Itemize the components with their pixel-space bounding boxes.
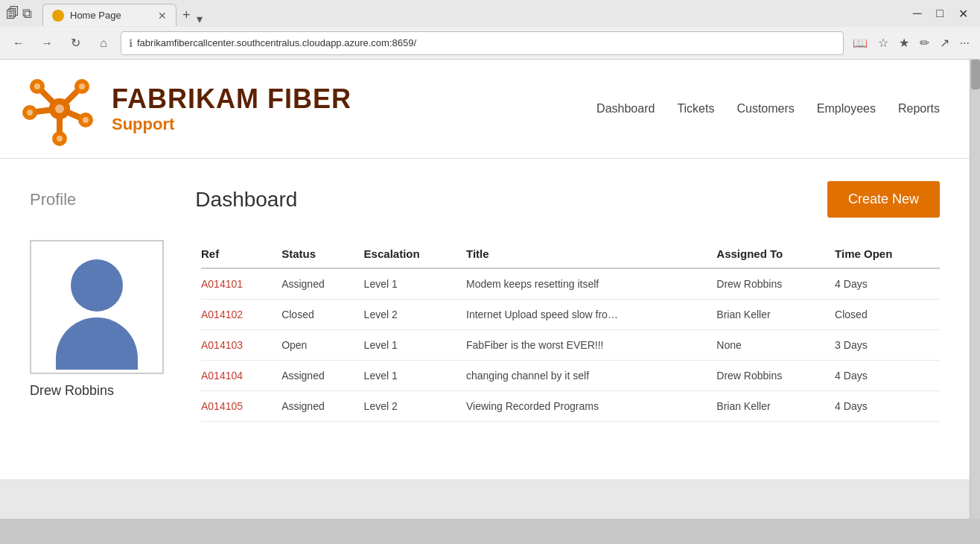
- scrollbar[interactable]: [970, 60, 980, 519]
- share-button[interactable]: ↗: [937, 33, 952, 53]
- table-row: A014105 Assigned Level 2 Viewing Recorde…: [201, 391, 940, 422]
- url-text: fabrikamfibercallcenter.southcentralus.c…: [137, 37, 836, 48]
- forward-button[interactable]: →: [36, 32, 58, 54]
- ref-link[interactable]: A014101: [201, 278, 243, 290]
- nav-dashboard[interactable]: Dashboard: [596, 102, 655, 116]
- back-button[interactable]: ←: [7, 32, 30, 54]
- home-button[interactable]: ⌂: [92, 32, 115, 54]
- ref-link[interactable]: A014103: [201, 339, 243, 351]
- avatar-figure: [56, 259, 138, 370]
- nav-employees[interactable]: Employees: [817, 102, 876, 116]
- address-bar[interactable]: ℹ fabrikamfibercallcenter.southcentralus…: [121, 31, 844, 55]
- tab-label: Home Page: [70, 10, 121, 21]
- cell-ref: A014105: [201, 391, 281, 422]
- maximize-button[interactable]: □: [930, 4, 949, 24]
- notes-button[interactable]: ✏: [917, 33, 932, 53]
- content-body: Drew Robbins Ref Status Escalation Title…: [30, 240, 940, 422]
- cell-time-open: 4 Days: [835, 268, 940, 300]
- col-header-ref: Ref: [201, 240, 281, 268]
- cell-assigned-to: Drew Robbins: [716, 361, 835, 391]
- col-header-assigned-to: Assigned To: [716, 240, 835, 268]
- svg-point-15: [27, 110, 33, 116]
- refresh-button[interactable]: ↻: [64, 32, 86, 54]
- tab-favicon: [52, 10, 64, 22]
- col-header-status: Status: [281, 240, 363, 268]
- table-row: A014104 Assigned Level 1 changing channe…: [201, 361, 940, 391]
- dashboard-title: Dashboard: [195, 188, 827, 212]
- cell-time-open: 4 Days: [835, 391, 940, 422]
- profile-section-title: Profile: [30, 190, 76, 209]
- cell-ref: A014104: [201, 361, 281, 391]
- scrollbar-thumb[interactable]: [971, 60, 980, 89]
- content-header: Profile Dashboard Create New: [30, 181, 940, 218]
- cell-escalation: Level 1: [364, 330, 466, 361]
- brand-text: FABRIKAM FIBER Support: [112, 83, 351, 134]
- nav-customers[interactable]: Customers: [736, 102, 794, 116]
- tickets-table: Ref Status Escalation Title Assigned To …: [201, 240, 940, 422]
- nav-reports[interactable]: Reports: [898, 102, 940, 116]
- settings-button[interactable]: ···: [957, 33, 973, 53]
- new-tab-button[interactable]: +: [176, 4, 197, 26]
- col-header-title: Title: [466, 240, 716, 268]
- nav-tickets[interactable]: Tickets: [677, 102, 714, 116]
- app-header: FABRIKAM FIBER Support Dashboard Tickets…: [0, 60, 970, 159]
- cell-escalation: Level 2: [364, 391, 466, 422]
- avatar-head: [71, 259, 123, 311]
- svg-point-16: [57, 136, 63, 142]
- cell-escalation: Level 2: [364, 300, 466, 330]
- main-navigation: Dashboard Tickets Customers Employees Re…: [596, 102, 940, 116]
- avatar-body: [56, 317, 138, 370]
- avatar: [30, 240, 164, 374]
- tab-list-button[interactable]: ▾: [197, 12, 203, 26]
- profile-name: Drew Robbins: [30, 383, 179, 399]
- reading-mode-button[interactable]: 📖: [850, 33, 871, 53]
- cell-escalation: Level 1: [364, 361, 466, 391]
- ref-link[interactable]: A014105: [201, 400, 243, 412]
- table-row: A014103 Open Level 1 FabFiber is the wor…: [201, 330, 940, 361]
- tickets-table-section: Ref Status Escalation Title Assigned To …: [201, 240, 940, 422]
- brand-area: FABRIKAM FIBER Support: [22, 72, 351, 146]
- cell-time-open: 4 Days: [835, 361, 940, 391]
- svg-point-12: [55, 104, 64, 113]
- cell-status: Assigned: [281, 268, 363, 300]
- info-icon: ℹ: [129, 37, 133, 49]
- browser-tab[interactable]: Home Page ✕: [42, 4, 176, 26]
- cell-title: Modem keeps resetting itself: [466, 268, 716, 300]
- create-new-button[interactable]: Create New: [827, 181, 940, 218]
- table-row: A014102 Closed Level 2 Internet Upload s…: [201, 300, 940, 330]
- cell-title: Viewing Recorded Programs: [466, 391, 716, 422]
- cell-assigned-to: Drew Robbins: [716, 268, 835, 300]
- ref-link[interactable]: A014104: [201, 370, 243, 382]
- cell-ref: A014101: [201, 268, 281, 300]
- cell-time-open: 3 Days: [835, 330, 940, 361]
- cell-time-open: Closed: [835, 300, 940, 330]
- svg-point-14: [79, 83, 85, 89]
- col-header-time-open: Time Open: [835, 240, 940, 268]
- tab-close-button[interactable]: ✕: [158, 10, 167, 22]
- ref-link[interactable]: A014102: [201, 309, 243, 320]
- favorites-button[interactable]: ☆: [875, 33, 891, 53]
- svg-point-13: [34, 83, 40, 89]
- cell-status: Closed: [281, 300, 363, 330]
- cell-assigned-to: Brian Keller: [716, 391, 835, 422]
- brand-logo: [22, 72, 97, 146]
- profile-sidebar: Drew Robbins: [30, 240, 179, 422]
- cell-status: Assigned: [281, 361, 363, 391]
- brand-name: FABRIKAM FIBER: [112, 83, 351, 115]
- collections-button[interactable]: ★: [896, 33, 912, 53]
- main-content: Profile Dashboard Create New Drew Robbin…: [0, 159, 970, 479]
- cell-title: FabFiber is the worst EVER!!!: [466, 330, 716, 361]
- svg-point-17: [83, 117, 89, 123]
- table-row: A014101 Assigned Level 1 Modem keeps res…: [201, 268, 940, 300]
- table-header-row: Ref Status Escalation Title Assigned To …: [201, 240, 940, 268]
- col-header-escalation: Escalation: [364, 240, 466, 268]
- brand-subtitle: Support: [112, 115, 351, 134]
- cell-ref: A014103: [201, 330, 281, 361]
- cell-ref: A014102: [201, 300, 281, 330]
- close-button[interactable]: ✕: [952, 4, 974, 24]
- restore-icon: ⧉: [22, 6, 32, 22]
- cell-title: changing channel by it self: [466, 361, 716, 391]
- cell-assigned-to: Brian Keller: [716, 300, 835, 330]
- cell-assigned-to: None: [716, 330, 835, 361]
- minimize-button[interactable]: ─: [907, 4, 927, 24]
